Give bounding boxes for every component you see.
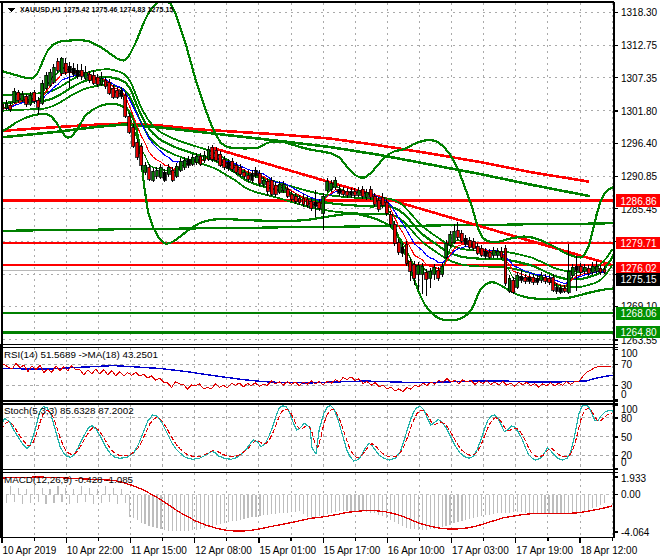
svg-text:MACD(12,26,9) -0.428 -1.085: MACD(12,26,9) -0.428 -1.085 [4, 474, 134, 485]
svg-text:1290.85: 1290.85 [621, 171, 658, 182]
svg-text:17 Apr 03:00: 17 Apr 03:00 [452, 545, 509, 556]
svg-text:0: 0 [621, 457, 627, 468]
svg-text:17 Apr 19:00: 17 Apr 19:00 [516, 545, 573, 556]
svg-text:18 Apr 12:00: 18 Apr 12:00 [581, 545, 638, 556]
svg-text:0.00: 0.00 [621, 489, 641, 500]
svg-text:1264.80: 1264.80 [621, 327, 658, 338]
svg-text:1296.40: 1296.40 [621, 138, 658, 149]
svg-text:-4.064: -4.064 [621, 527, 650, 538]
svg-text:1301.80: 1301.80 [621, 106, 658, 117]
svg-text:Stoch(5,3,3) 85.6328 87.2002: Stoch(5,3,3) 85.6328 87.2002 [4, 405, 134, 416]
svg-text:50: 50 [621, 432, 633, 443]
svg-text:16 Apr 10:00: 16 Apr 10:00 [388, 545, 445, 556]
svg-text:1318.30: 1318.30 [621, 7, 658, 18]
svg-text:15 Apr 01:00: 15 Apr 01:00 [259, 545, 316, 556]
svg-text:1307.35: 1307.35 [621, 73, 658, 84]
svg-text:70: 70 [621, 359, 633, 370]
svg-text:RSI(14) 51.5689 ->MA(18) 43.2: RSI(14) 51.5689 ->MA(18) 43.2501 [4, 349, 158, 360]
svg-text:1268.06: 1268.06 [621, 308, 658, 319]
svg-text:1276.02: 1276.02 [621, 263, 658, 274]
svg-text:1279.71: 1279.71 [621, 238, 658, 249]
svg-text:12 Apr 08:00: 12 Apr 08:00 [195, 545, 252, 556]
svg-text:15 Apr 17:00: 15 Apr 17:00 [324, 545, 381, 556]
svg-text:1286.86: 1286.86 [621, 196, 658, 207]
svg-text:1275.15: 1275.15 [621, 274, 658, 285]
svg-text:80: 80 [621, 413, 633, 424]
svg-text:10 Apr 22:00: 10 Apr 22:00 [67, 545, 124, 556]
svg-text:100: 100 [621, 348, 638, 359]
svg-text:0: 0 [621, 389, 627, 400]
svg-text:10 Apr 2019: 10 Apr 2019 [3, 545, 57, 556]
svg-text:1.933: 1.933 [621, 473, 646, 484]
svg-text:XAUUSD,H1 1275.42 1275.46 1274: XAUUSD,H1 1275.42 1275.46 1274.83 1275.1… [20, 6, 174, 14]
svg-text:1312.75: 1312.75 [621, 40, 658, 51]
svg-text:11 Apr 15:00: 11 Apr 15:00 [131, 545, 187, 556]
